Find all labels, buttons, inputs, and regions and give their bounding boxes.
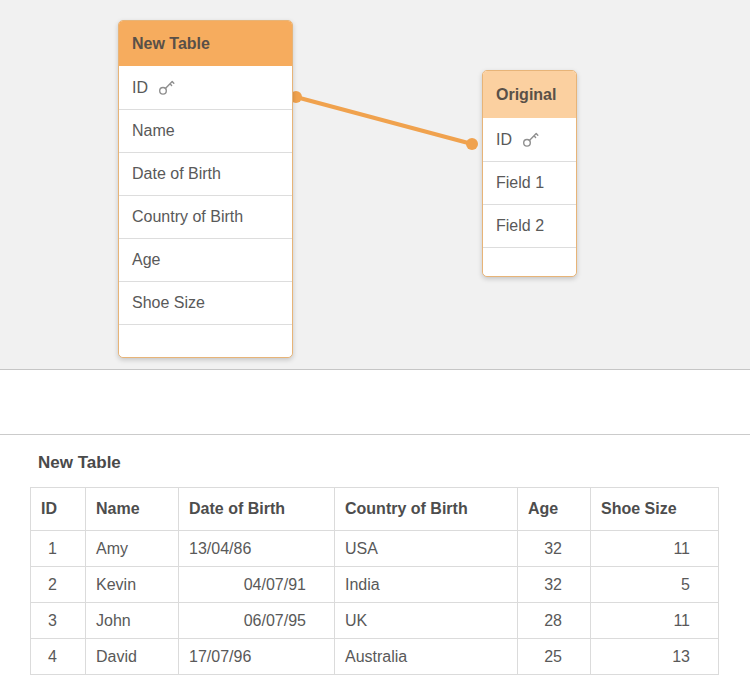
table-cell: USA — [335, 531, 518, 567]
table-cell: Australia — [335, 639, 518, 675]
model-table-footer — [119, 324, 292, 357]
field-label: Shoe Size — [132, 294, 205, 312]
model-table-footer — [483, 247, 576, 276]
table-row: 1Amy13/04/86USA3211 — [31, 531, 719, 567]
table-cell: UK — [335, 603, 518, 639]
connector-endpoint-dot — [466, 138, 478, 150]
preview-table-title: New Table — [38, 453, 121, 473]
model-field-row[interactable]: ID — [483, 118, 576, 161]
model-field-row[interactable]: Field 1 — [483, 161, 576, 204]
preview-data-table: IDNameDate of BirthCountry of BirthAgeSh… — [30, 487, 719, 675]
table-cell: India — [335, 567, 518, 603]
toolbar-strip — [0, 370, 750, 435]
column-header: ID — [31, 488, 86, 531]
field-label: Field 2 — [496, 217, 544, 235]
table-cell: 2 — [31, 567, 86, 603]
model-field-row[interactable]: Field 2 — [483, 204, 576, 247]
table-cell: 28 — [518, 603, 591, 639]
column-header: Age — [518, 488, 591, 531]
table-cell: 06/07/95 — [179, 603, 335, 639]
column-header: Name — [86, 488, 179, 531]
table-cell: 32 — [518, 531, 591, 567]
table-cell: 3 — [31, 603, 86, 639]
key-icon — [521, 130, 540, 149]
table-cell: 32 — [518, 567, 591, 603]
table-row: 3John06/07/95UK2811 — [31, 603, 719, 639]
table-header-row: IDNameDate of BirthCountry of BirthAgeSh… — [31, 488, 719, 531]
table-cell: John — [86, 603, 179, 639]
table-cell: 1 — [31, 531, 86, 567]
field-label: Name — [132, 122, 175, 140]
field-label: Age — [132, 251, 160, 269]
model-field-row[interactable]: ID — [119, 66, 292, 109]
model-table-header[interactable]: New Table — [119, 21, 292, 66]
table-association-connector — [0, 0, 750, 369]
table-cell: 11 — [591, 603, 719, 639]
model-table-original[interactable]: Original ID Field 1Field 2 — [482, 70, 577, 277]
table-row: 4David17/07/96Australia2513 — [31, 639, 719, 675]
column-header: Date of Birth — [179, 488, 335, 531]
table-cell: 04/07/91 — [179, 567, 335, 603]
model-field-row[interactable]: Name — [119, 109, 292, 152]
table-cell: 13 — [591, 639, 719, 675]
table-cell: 5 — [591, 567, 719, 603]
model-field-row[interactable]: Shoe Size — [119, 281, 292, 324]
field-label: Field 1 — [496, 174, 544, 192]
field-label: Country of Birth — [132, 208, 243, 226]
table-cell: 11 — [591, 531, 719, 567]
field-label: ID — [496, 131, 512, 149]
table-cell: 17/07/96 — [179, 639, 335, 675]
column-header: Country of Birth — [335, 488, 518, 531]
table-cell: 4 — [31, 639, 86, 675]
column-header: Shoe Size — [591, 488, 719, 531]
model-field-row[interactable]: Country of Birth — [119, 195, 292, 238]
model-field-row[interactable]: Age — [119, 238, 292, 281]
key-icon — [157, 78, 176, 97]
model-table-header[interactable]: Original — [483, 71, 576, 118]
field-label: Date of Birth — [132, 165, 221, 183]
data-model-canvas: New Table ID NameDate of BirthCountry of… — [0, 0, 750, 370]
model-table-new-table[interactable]: New Table ID NameDate of BirthCountry of… — [118, 20, 293, 358]
table-cell: 25 — [518, 639, 591, 675]
model-field-row[interactable]: Date of Birth — [119, 152, 292, 195]
table-cell: David — [86, 639, 179, 675]
table-cell: 13/04/86 — [179, 531, 335, 567]
table-row: 2Kevin04/07/91India325 — [31, 567, 719, 603]
table-cell: Amy — [86, 531, 179, 567]
table-cell: Kevin — [86, 567, 179, 603]
field-label: ID — [132, 79, 148, 97]
